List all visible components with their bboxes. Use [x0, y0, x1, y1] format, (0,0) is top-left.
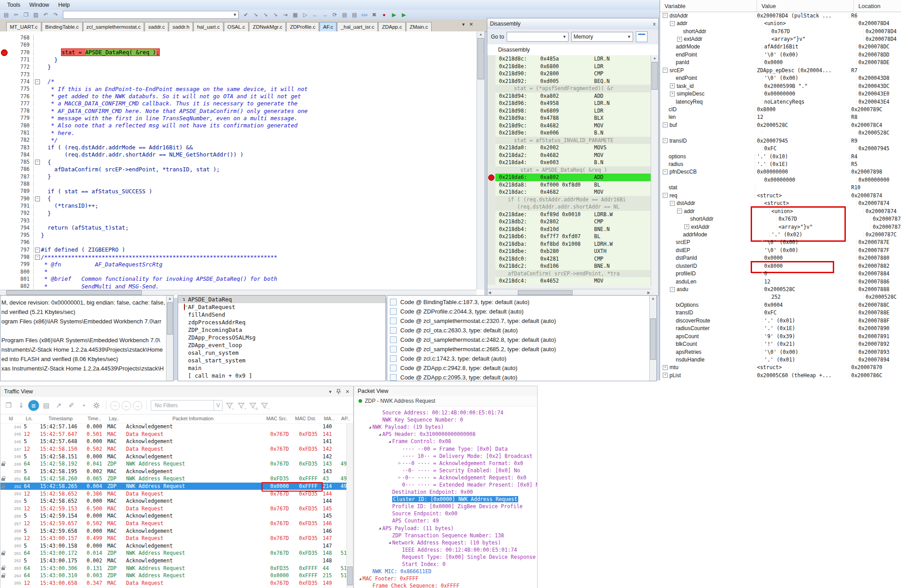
- breakpoint-gutter[interactable]: [0, 114, 8, 122]
- breakpoints-vertical-scrollbar[interactable]: ▲: [649, 296, 656, 381]
- settings-gear-icon[interactable]: [91, 400, 102, 411]
- watch-row[interactable]: −buf0x2000528C0x200078C4: [660, 121, 901, 129]
- watch-row[interactable]: clusterID0x80000x20007882: [660, 262, 901, 270]
- disassembly-listing[interactable]: 0x218d8c:0x485aLDR.N0x218d8e:0x6800LDR0x…: [487, 55, 651, 286]
- next-icon[interactable]: →: [320, 11, 329, 19]
- packet-field[interactable]: ◢MAC Footer: 0xFFFF: [354, 575, 537, 582]
- watch-row[interactable]: apsCount'9' (0x39)0x20007891: [660, 332, 901, 340]
- traffic-row-257[interactable]: 2571215:42:59.6570.502MACData Request0x7…: [0, 520, 353, 527]
- packet-list-icon[interactable]: ≣: [28, 400, 39, 411]
- collapse-icon[interactable]: −: [663, 138, 668, 143]
- copy-icon[interactable]: ❐: [22, 11, 31, 19]
- disassembly-instruction[interactable]: 0x218dc0:0x4281CMP: [487, 255, 651, 263]
- traffic-row-254[interactable]: 254515:42:58.6520.000MACAcknowledgement1…: [0, 497, 353, 505]
- packet-field[interactable]: Destination Endpoint: 0x00: [354, 488, 537, 496]
- watch-row[interactable]: +mtu<struct>0x20007870: [660, 364, 901, 371]
- watch-row[interactable]: srcEP'\0' (0x00)0x2000787E: [660, 239, 901, 246]
- disassembly-instruction[interactable]: 0x218dba:0xf8bd 0x1008LDRH.W: [487, 240, 651, 248]
- collapse-icon[interactable]: −: [670, 287, 675, 292]
- packet-field[interactable]: ◢APS Payload: (11 bytes): [354, 525, 537, 532]
- breakpoint-item[interactable]: Code @ ZDProfile.c:2044.3, type: default…: [387, 307, 656, 316]
- code-line-783[interactable]: 783 if ( (req.dstAddr.addrMode == Addr16…: [0, 144, 485, 151]
- watch-row[interactable]: dstPanId0x00000x20007880: [660, 254, 901, 262]
- packet-field[interactable]: IEEE Address: 00:12:4B:00:00:E5:01:74: [354, 546, 537, 553]
- disassembly-instruction[interactable]: 0x218d92:0xd005BEQ.N: [487, 78, 651, 85]
- traffic-row-265[interactable]: 2651215:43:00.6580.347MACData Request0x7…: [0, 579, 353, 587]
- watch-row[interactable]: −addr<union>0x200078D4: [660, 19, 901, 27]
- breakpoint-gutter[interactable]: [0, 49, 8, 56]
- traffic-row-250[interactable]: 250515:42:58.1950.002MACAcknowledgement1…: [0, 468, 353, 475]
- code-line-776[interactable]: 776 * get added to the NWK databufs. So …: [0, 92, 485, 100]
- code-editor[interactable]: 768769770 stat = APSDE_DataReq( &req );7…: [0, 31, 485, 298]
- breakpoint-gutter[interactable]: [0, 261, 8, 268]
- watch-row[interactable]: shortAddr0x767D0x200078D4: [660, 27, 901, 35]
- breakpoint-gutter[interactable]: [0, 78, 8, 85]
- tree-expanded-icon[interactable]: ◢: [358, 577, 363, 581]
- breakpoint-gutter[interactable]: [0, 209, 8, 217]
- memory-window-icon[interactable]: [636, 31, 647, 42]
- breakpoint-gutter[interactable]: [0, 275, 8, 283]
- tab-zcl_samplethermostat-c[interactable]: zcl_samplethermostat.c: [83, 22, 144, 31]
- packet-field[interactable]: ▷···0 ···· = Acknowledgement Format: 0x0: [354, 460, 537, 467]
- breakpoint-gutter[interactable]: [0, 180, 8, 187]
- traffic-row-262[interactable]: 262515:43:00.1750.002MACAcknowledgement1…: [0, 557, 353, 565]
- disassembly-instruction[interactable]: 0x218d98:0x6809LDR: [487, 107, 651, 115]
- breakpoint-item[interactable]: Code @ zcl.c:1742.3, type: default (auto…: [387, 354, 656, 363]
- breakpoint-gutter[interactable]: [0, 166, 8, 173]
- run-icon[interactable]: ▶: [389, 11, 398, 19]
- goto-combobox[interactable]: ▼: [507, 32, 569, 42]
- tab-mt_uart-c[interactable]: MT_UART.c: [6, 22, 41, 31]
- breakpoint-gutter[interactable]: [0, 224, 8, 231]
- traffic-col-timestamp[interactable]: Timestamp: [37, 416, 84, 421]
- prev-icon[interactable]: ←: [311, 11, 319, 19]
- disassembly-instruction[interactable]: 0x218da2:0x4682MOV: [487, 152, 651, 159]
- traffic-col-ma[interactable]: MA..: [320, 416, 338, 421]
- collapse-icon[interactable]: −: [663, 13, 668, 18]
- code-line-792[interactable]: 792 }: [0, 209, 485, 217]
- packet-field[interactable]: ◢APS Header: 0x3100000000000008: [354, 431, 537, 438]
- expand-icon[interactable]: +: [670, 83, 675, 88]
- disassembly-instruction[interactable]: 0x218d9c:0x4682MOV: [487, 122, 651, 130]
- breakpoint-item[interactable]: Code @ ZDApp.c:2942.8, type: default (au…: [387, 363, 656, 373]
- code-line-797[interactable]: 797−#if defined ( ZIGBEEPRO ): [0, 246, 485, 253]
- menu-item-help[interactable]: Help: [54, 1, 74, 9]
- watch-row[interactable]: +pList0x20005C60 (theHeap +...0x2000786C: [660, 371, 901, 379]
- debug-log-panel[interactable]: M, device revision: 0x00000001, big endi…: [0, 295, 174, 381]
- breakpoint-checkbox[interactable]: [390, 336, 397, 343]
- tab-_hal_uart_isr-c[interactable]: _hal_uart_isr.c: [337, 22, 378, 31]
- code-line-768[interactable]: 768: [0, 34, 485, 41]
- watch-row[interactable]: radiusCounter'.' (0x1E)0x20007890: [660, 325, 901, 332]
- breakpoint-gutter[interactable]: [0, 246, 8, 253]
- code-line-784[interactable]: 784 (req.dstAddr.addr.shortAddr == NLME_…: [0, 151, 485, 158]
- breakpoint-gutter[interactable]: [0, 187, 8, 195]
- traffic-col-lay[interactable]: Lay..: [105, 416, 123, 421]
- expand-icon[interactable]: +: [663, 365, 668, 370]
- watch-row[interactable]: blkCount'!' (0x21)0x20007892: [660, 340, 901, 348]
- tab-hal_uart-c[interactable]: hal_uart.c: [193, 22, 223, 31]
- watch-row[interactable]: latencyReqnoLatencyReqs0x200043E4: [660, 98, 901, 105]
- step-over-icon[interactable]: ➘: [251, 11, 260, 19]
- call-stack-frame[interactable]: zdpProcessAddrReq: [178, 318, 385, 326]
- call-stack-panel[interactable]: ✕ ↴APSDE_DataReqAF_DataRequestfillAndSen…: [178, 295, 386, 381]
- filter-apply-icon[interactable]: ✓: [224, 401, 234, 410]
- traffic-col-id[interactable]: Id: [0, 416, 21, 421]
- breakpoint-gutter[interactable]: [0, 253, 8, 261]
- watch-row[interactable]: +task_id0x2000599B "."0x200043DC: [660, 82, 901, 90]
- watch-row[interactable]: −pfnDescCB0x000000000x20007898: [660, 168, 901, 176]
- run-to-cursor-icon[interactable]: ⇥: [281, 11, 290, 19]
- disassembly-instruction[interactable]: 0x218da4:0xe003B.N: [487, 159, 651, 166]
- find-combobox[interactable]: ▼: [63, 11, 239, 19]
- disassembly-instruction[interactable]: 0x218da8:0xf000 0xf8d0BL: [487, 181, 651, 189]
- memory-icon[interactable]: ▦: [291, 11, 300, 19]
- watch-row[interactable]: −dstAddr<struct>0x20007874: [660, 200, 901, 207]
- packet-field[interactable]: ◢NWK Payload: (19 bytes): [354, 423, 537, 431]
- watch-row[interactable]: −dstAddr0x200078D4 (pulStack ...R6: [660, 12, 901, 19]
- reload-icon[interactable]: ⟳: [330, 11, 339, 19]
- disassembly-source-line[interactable]: if ( (req.dstAddr.addrMode == Addr16Bi: [487, 196, 651, 204]
- watch-row[interactable]: asduLen120x20007886: [660, 278, 901, 285]
- breakpoint-gutter[interactable]: [0, 283, 8, 290]
- watch-row[interactable]: endPoint'\0' (0x00)0x200078DD: [660, 51, 901, 58]
- code-line-796[interactable]: 796: [0, 239, 485, 246]
- code-line-778[interactable]: 778 * AF_DATA_CONFIRM_CMD here. Note tha…: [0, 107, 485, 114]
- brush-icon[interactable]: ✐: [66, 400, 77, 411]
